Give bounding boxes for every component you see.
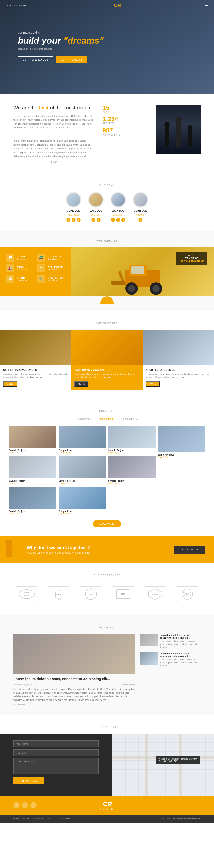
contact-grid: SEND MESSAGE [0, 734, 214, 796]
member-role-2: Designer [113, 214, 123, 216]
social-google-0[interactable]: g [77, 218, 81, 222]
footer-logo: CR [100, 801, 115, 808]
footer-nav: HOME ABOUT SERVICES PROJECTS CONTACT [14, 818, 71, 820]
hero-subtitle: our main goal is [18, 31, 40, 34]
svg-rect-2 [176, 122, 181, 147]
reference-logo-0: VICTORIA EST. 1998 [16, 586, 38, 602]
social-facebook-2[interactable]: f [111, 218, 115, 222]
svg-point-5 [188, 125, 192, 130]
ready-badge: we are we are ready for your business [176, 252, 207, 265]
services-section: OUR SERVICES Carpentry & Woodwork Lorem … [0, 311, 214, 399]
projects-section: PROJECTS Commercial (3) / Renovation (5)… [0, 399, 214, 536]
footer-nav-about[interactable]: ABOUT [23, 818, 30, 820]
service-content-0: Carpentry & Woodwork Lorem ipsum dolor s… [0, 365, 71, 390]
blog-label: CONTRIB BLOG [14, 626, 200, 629]
contact-section: CONTACT US SEND MESSAGE [0, 715, 214, 796]
company-title: We are the best of the construction [14, 105, 93, 111]
project-card-4: Sample Project Project Type [59, 456, 106, 484]
service-text-1: Lorem ipsum dolor sit amet, consectetur … [75, 373, 139, 379]
reference-logo-4: PARTNER [144, 586, 166, 602]
vehicle-icon-5: 🔧 [37, 275, 45, 283]
service-more-btn-2[interactable]: MORE [146, 381, 160, 386]
hero-references-btn[interactable]: our references [18, 56, 53, 63]
member-social-3: f [138, 218, 142, 222]
social-google-2[interactable]: g [121, 218, 125, 222]
svg-text:STAMP: STAMP [89, 594, 93, 595]
cta-quote-btn[interactable]: GET A QUOTE [173, 546, 205, 554]
service-more-btn-0[interactable]: MORE [3, 381, 17, 386]
contact-message-input[interactable] [14, 758, 99, 774]
social-twitter-2[interactable]: t [116, 218, 120, 222]
project-image-3 [9, 456, 56, 478]
footer-social-gplus[interactable]: g+ [30, 802, 36, 808]
footer-nav-projects[interactable]: PROJECTS [47, 818, 58, 820]
vehicle-4: 🏗 LOADER 6 Available [6, 275, 34, 283]
project-image-5 [108, 456, 156, 478]
svg-rect-18 [5, 540, 12, 541]
blog-grid: Lorem ipsum dolor sit amet, consectetur … [14, 634, 200, 706]
stat-projects: 1,234 Projects [103, 116, 147, 125]
footer-social-facebook[interactable]: f [14, 802, 20, 808]
project-image-0 [9, 426, 56, 448]
service-content-2: Architecture Design Lorem ipsum dolor si… [143, 365, 214, 390]
header-menu-icon[interactable]: ☰ [205, 3, 209, 8]
team-section: OUR TEAM JOHN DOE Architect f t g DAVE D… [0, 178, 214, 231]
team-member-2: JACK DOE Designer f t g [110, 192, 126, 222]
filter-architecture[interactable]: / Architecture (6) [119, 417, 137, 420]
footer-nav-home[interactable]: HOME [14, 818, 19, 820]
hero-title: build your "dreams" [18, 36, 104, 45]
service-image-2 [143, 330, 214, 365]
company-body-2: It is a lorem ipsum dolor sit amet, cons… [14, 139, 93, 159]
filter-commercial[interactable]: Commercial (3) [77, 417, 93, 420]
cta-title: Why don't we work together ? [27, 545, 167, 550]
hero-projects-btn[interactable]: our projects [56, 56, 87, 63]
blog-main-meta: By Admin August 3, 2014 Uncategorized [14, 684, 135, 686]
blog-main-title: Lorem ipsum dolor sit amet, consectetur … [14, 677, 135, 681]
contact-map: We are at Construction Hamburg, Germany … [112, 734, 214, 796]
contact-name-input[interactable] [14, 740, 99, 747]
project-image-2 [108, 426, 156, 448]
footer-nav-services[interactable]: SERVICES [33, 818, 44, 820]
member-social-2: f t g [111, 218, 125, 222]
footer-nav-contact[interactable]: CONTACT [61, 818, 71, 820]
load-more-btn[interactable]: LOAD MORE [93, 520, 121, 527]
footer-tagline: CONSTR. [100, 808, 115, 810]
company-info: We are the best of the construction Lore… [14, 105, 93, 168]
filter-renovation[interactable]: / Renovation (5) [98, 417, 115, 420]
map-pin: We are at Construction Hamburg, Germany … [157, 756, 199, 764]
member-name-1: DAVE DOE [89, 209, 102, 212]
projects-label: PROJECTS [9, 410, 205, 412]
footer-social-twitter[interactable]: t [22, 802, 28, 808]
svg-text:EST. 1998: EST. 1998 [24, 594, 29, 596]
social-facebook-3[interactable]: f [138, 218, 142, 222]
header-logo: CR [114, 3, 121, 8]
social-facebook-0[interactable]: f [66, 218, 71, 222]
header-lang[interactable]: SELECT LANGUAGE [5, 4, 30, 7]
stat-years: 15 Years [103, 105, 147, 113]
contact-submit-btn[interactable]: SEND MESSAGE [14, 777, 44, 784]
service-image-0 [0, 330, 71, 365]
social-twitter-1[interactable]: t [97, 218, 101, 222]
svg-point-10 [128, 285, 135, 292]
member-avatar-0 [66, 192, 81, 208]
project-card-5: Sample Project Project Type [108, 456, 156, 484]
project-image-1 [59, 426, 106, 448]
company-image [156, 105, 200, 168]
cta-section: Why don't we work together ? If you like… [0, 536, 214, 563]
contact-form: SEND MESSAGE [0, 734, 112, 796]
vehicle-5: 🔧 COMPACTOR 2 Available [37, 275, 65, 283]
member-social-0: f t g [66, 218, 81, 222]
member-avatar-3 [133, 192, 148, 208]
blog-section: CONTRIB BLOG Lorem ipsum dolor sit amet,… [0, 615, 214, 715]
social-twitter-0[interactable]: t [72, 218, 76, 222]
vehicle-1: 🚜 EXCAVATOR 3 Available [37, 254, 65, 262]
footer-social: f t g+ [14, 802, 36, 808]
project-card-8: Sample Project Project Type [158, 426, 205, 484]
team-member-3: JOHN DOE Manager f [133, 192, 148, 222]
service-more-btn-1[interactable]: MORE [75, 381, 88, 386]
contact-email-input[interactable] [14, 749, 99, 756]
footer-top: f t g+ CR CONSTR. [0, 796, 214, 814]
references-label: OUR REFERENCES [14, 574, 200, 577]
social-facebook-1[interactable]: f [91, 218, 96, 222]
team-member-1: DAVE DOE Engineer f t [88, 192, 104, 222]
